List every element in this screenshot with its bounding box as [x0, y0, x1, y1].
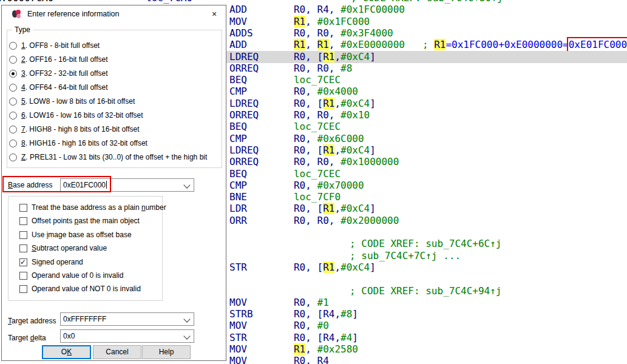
checkbox-row[interactable]: ✓Signed operand — [19, 257, 83, 267]
close-icon[interactable]: × — [206, 7, 223, 21]
checkbox-icon[interactable] — [19, 272, 27, 280]
radio-icon[interactable] — [9, 98, 17, 106]
checkbox-row[interactable]: Use image base as offset base — [19, 230, 132, 240]
code-token: ORREQ R0, R0, — [229, 62, 341, 74]
code-token: loc_7CEC — [294, 168, 341, 180]
disasm-line[interactable]: STRB R0, [R4,#8] — [229, 308, 358, 320]
radio-option-label: 5. LOW8 - low 8 bits of 16-bit offset — [21, 97, 135, 106]
radio-selected-icon[interactable] — [9, 70, 17, 78]
help-button[interactable]: Help — [142, 345, 191, 359]
radio-icon[interactable] — [9, 42, 17, 50]
disasm-comment-line[interactable]: ; CODE XREF: sub_7C4C+6C↑j — [350, 238, 501, 250]
disasm-comment-line[interactable]: ; CODE XREF: sub_7C4C+94↑j — [350, 285, 501, 297]
type-groupbox-label: Type — [12, 25, 33, 34]
radio-option-5[interactable]: 5. LOW8 - low 8 bits of 16-bit offset — [9, 96, 135, 107]
xref-comment: ; CODE XREF: sub_7C4C+6C↑j — [350, 238, 501, 249]
disasm-comment-line[interactable]: ; sub_7C4C+7C↑j ... — [350, 250, 461, 262]
radio-icon[interactable] — [9, 84, 17, 92]
checkbox-checked-icon[interactable]: ✓ — [19, 258, 27, 266]
code-token: , — [305, 39, 317, 50]
target-address-combobox[interactable]: 0xFFFFFFFF — [60, 312, 194, 326]
checkbox-icon[interactable] — [19, 217, 27, 225]
disasm-line[interactable]: BEQ loc_7CEC — [229, 168, 341, 180]
checkbox-icon[interactable] — [19, 204, 27, 212]
disasm-line[interactable]: STR R0, [R4,#4] — [229, 332, 358, 344]
radio-option-8[interactable]: 8. HIGH16 - high 16 bits of 32-bit offse… — [9, 138, 147, 149]
code-token: #0x2000000 — [341, 215, 399, 226]
radio-option-9[interactable]: Z. PREL31 - Low 31 bits (30..0) of the o… — [9, 152, 207, 163]
disasm-line[interactable]: MOV R0, R4 — [229, 355, 329, 364]
radio-icon[interactable] — [9, 140, 17, 147]
code-token: BEQ — [229, 168, 294, 180]
code-token: loc_7CF0 — [294, 191, 341, 203]
type-groupbox: Type 1. OFF8 - 8-bit full offset2. OFF16… — [7, 30, 222, 168]
ok-button[interactable]: OK — [42, 345, 91, 359]
radio-option-1[interactable]: 1. OFF8 - 8-bit full offset — [9, 41, 100, 51]
radio-option-6[interactable]: 6. LOW16 - low 16 bits of 32-bit offset — [9, 110, 143, 121]
disasm-line[interactable]: BEQ loc_7CEC — [229, 121, 341, 133]
disasm-line[interactable]: LDREQ R0, [R1,#0xC4] — [229, 51, 376, 63]
radio-option-2[interactable]: 2. OFF16 - 16-bit full offset — [9, 55, 108, 65]
disasm-line[interactable]: LDR R0, [R1,#0xC4] — [229, 203, 376, 215]
disasm-line[interactable]: BNE loc_7CF0 — [229, 191, 341, 203]
radio-option-label: 4. OFF64 - 64-bit full offset — [21, 83, 108, 92]
code-token: ] — [352, 332, 358, 343]
checkbox-icon[interactable] — [19, 231, 27, 239]
checkbox-row[interactable]: Operand value of NOT 0 is invalid — [19, 284, 141, 294]
radio-option-7[interactable]: 7. HIGH8 - high 8 bits of 16-bit offset — [9, 124, 140, 135]
target-delta-value: 0x0 — [63, 330, 75, 342]
base-address-label: Base address — [8, 180, 52, 190]
code-token: #0x3F4000 — [341, 27, 393, 39]
radio-icon[interactable] — [9, 56, 17, 64]
radio-icon[interactable] — [9, 112, 17, 120]
disasm-line[interactable]: MOV R0, #0 — [229, 320, 329, 332]
disasm-line[interactable]: CMP R0, #0x4000 — [229, 86, 358, 98]
checkbox-row[interactable]: Subtract operand value — [19, 243, 107, 253]
radio-icon[interactable] — [9, 153, 17, 161]
disasm-line[interactable]: ADD R0, R4, #0x1FC00000 — [229, 4, 405, 16]
disasm-line[interactable]: MOV R0, #1 — [229, 297, 329, 309]
xref-comment: ; sub_7C4C+7C↑j ... — [350, 250, 461, 261]
disasm-line[interactable]: LDREQ R0, [R1,#0xC4] — [229, 98, 376, 110]
cancel-button[interactable]: Cancel — [93, 345, 141, 359]
chevron-down-icon[interactable] — [183, 332, 190, 339]
checkbox-row[interactable]: Operand value of 0 is invalid — [19, 271, 123, 280]
checkbox-icon[interactable] — [19, 244, 27, 252]
code-token: ORREQ R0, R0, — [229, 109, 341, 121]
target-delta-combobox[interactable]: 0x0 — [60, 329, 194, 343]
radio-option-3[interactable]: 3. OFF32 - 32-bit full offset — [9, 69, 108, 79]
disasm-line[interactable]: CMP R0, #0x6C000 — [229, 133, 364, 145]
disasm-line[interactable]: MOV R1, #0x2580 — [229, 343, 358, 356]
checkbox-label: Operand value of 0 is invalid — [32, 271, 123, 280]
chevron-down-icon[interactable] — [183, 315, 190, 322]
disasm-line[interactable]: ORREQ R0, R0, #0x1000000 — [229, 156, 399, 168]
checkbox-row[interactable]: Offset points past the main object — [19, 216, 140, 226]
dialog-titlebar[interactable]: Enter reference information × — [2, 5, 226, 22]
disasm-line[interactable]: ORREQ R0, R0, #0x10 — [229, 109, 370, 121]
checkbox-row[interactable]: Treat the base address as a plain number — [19, 203, 166, 212]
disasm-line[interactable]: MOV R1, #0x1FC000 — [229, 16, 370, 28]
code-token: #0 — [317, 320, 329, 331]
code-token: ORR R0, R0, — [229, 215, 341, 226]
disasm-line[interactable]: BEQ loc_7CEC — [229, 74, 341, 86]
disasm-line[interactable]: LDREQ R0, [R1,#0xC4] — [229, 144, 376, 157]
radio-icon[interactable] — [9, 126, 17, 133]
code-token: #0xC4 — [341, 98, 370, 109]
checkbox-icon[interactable] — [19, 285, 27, 293]
base-address-combobox[interactable]: 0xE01FC000 — [60, 178, 194, 192]
code-token: MOV R0, R4 — [229, 355, 329, 364]
disasm-line[interactable]: ADD R1, R1, #0xE0000000 ; R1=0x1FC000+0x… — [229, 39, 627, 51]
disasm-line[interactable]: ORR R0, R0, #0x2000000 — [229, 215, 399, 227]
chevron-down-icon[interactable] — [183, 181, 190, 188]
radio-option-label: 3. OFF32 - 32-bit full offset — [21, 69, 108, 78]
disasm-line[interactable]: ORREQ R0, R0, #8 — [229, 62, 352, 75]
disasm-line[interactable]: STR R0, [R1,#0xC4] — [229, 261, 376, 274]
annotated-value-token: 0xE01FC000 — [569, 39, 627, 50]
disasm-line[interactable]: CMP R0, #0x70000 — [229, 180, 364, 192]
code-token: ADD — [229, 39, 294, 50]
code-token: MOV — [229, 343, 294, 355]
screen: M:00007CA0loc_7CA0; CODE XREF: sub_7C4C+… — [0, 0, 627, 364]
highlighted-register-token: R1 — [317, 39, 329, 50]
disasm-line[interactable]: ADDS R0, R0, #0x3F4000 — [229, 27, 393, 39]
radio-option-4[interactable]: 4. OFF64 - 64-bit full offset — [9, 83, 108, 93]
